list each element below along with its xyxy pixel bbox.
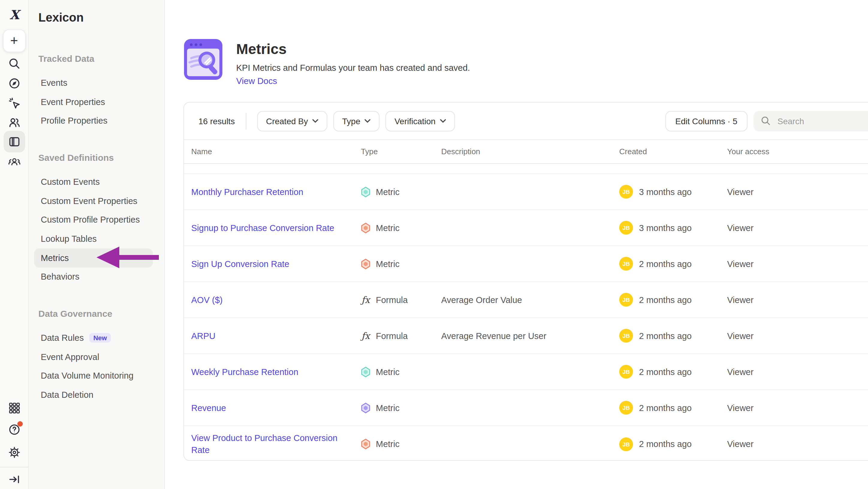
access-level: Viewer: [727, 259, 868, 268]
main-content: Metrics KPI Metrics and Formulas your te…: [165, 0, 868, 489]
col-description: Description: [441, 147, 619, 156]
settings-gear-icon[interactable]: [3, 441, 25, 463]
search-icon[interactable]: [3, 53, 25, 75]
page-header: Metrics KPI Metrics and Formulas your te…: [183, 38, 868, 86]
avatar: JB: [619, 185, 633, 199]
type-label: Metric: [376, 223, 400, 232]
metric-description: Average Revenue per User: [441, 331, 619, 341]
filter-type[interactable]: Type: [333, 111, 380, 131]
sidebar-item-event-approval[interactable]: Event Approval: [34, 347, 153, 366]
apps-grid-icon[interactable]: [3, 397, 25, 419]
rail-divider: [0, 467, 28, 467]
help-icon[interactable]: [3, 419, 25, 440]
access-level: Viewer: [727, 223, 868, 232]
section-data-governance: Data Governance: [38, 308, 153, 320]
access-level: Viewer: [727, 331, 868, 341]
metrics-page-icon: [183, 38, 223, 80]
help-notification-dot: [17, 421, 23, 427]
metric-name-link[interactable]: ARPU: [191, 330, 361, 342]
lexicon-sidebar: Lexicon Tracked Data Events Event Proper…: [28, 0, 165, 489]
sidebar-title: Lexicon: [38, 9, 153, 25]
search-input[interactable]: [776, 115, 868, 126]
created-ago: 2 months ago: [639, 331, 692, 341]
lexicon-book-icon[interactable]: [3, 131, 25, 152]
col-type: Type: [361, 147, 441, 156]
created-ago: 2 months ago: [639, 367, 692, 376]
avatar: JB: [619, 329, 633, 343]
metric-type-icon: ƒx: [361, 186, 370, 197]
metric-type-icon: ƒx: [361, 222, 370, 233]
sidebar-item-metrics[interactable]: Metrics: [34, 249, 153, 267]
toolbar-divider: [246, 113, 246, 129]
type-label: Metric: [376, 403, 400, 412]
sidebar-item-profile-properties[interactable]: Profile Properties: [34, 111, 153, 130]
new-badge: New: [89, 333, 111, 343]
metric-name-link[interactable]: Revenue: [191, 402, 361, 414]
metrics-table-card: 16 results Created By Type Verification …: [183, 102, 868, 461]
sidebar-item-custom-event-properties[interactable]: Custom Event Properties: [34, 192, 153, 210]
metric-name-link[interactable]: View Product to Purchase Conversion Rate: [191, 432, 361, 456]
sidebar-item-event-properties[interactable]: Event Properties: [34, 92, 153, 111]
create-plus-button[interactable]: +: [3, 29, 26, 52]
type-label: Metric: [376, 367, 400, 376]
created-ago: 2 months ago: [639, 439, 692, 449]
avatar: JB: [619, 437, 633, 451]
sidebar-item-lookup-tables[interactable]: Lookup Tables: [34, 229, 153, 248]
chevron-down-icon: [440, 119, 446, 123]
metric-description: Average Order Value: [441, 295, 619, 305]
sidebar-item-data-deletion[interactable]: Data Deletion: [34, 385, 153, 404]
col-name: Name: [191, 147, 361, 156]
table-row: Revenue ƒxMetric JB2 months ago Viewer: [184, 390, 868, 426]
created-ago: 2 months ago: [639, 295, 692, 305]
filter-verification[interactable]: Verification: [385, 111, 455, 131]
metric-type-icon: ƒx: [361, 258, 370, 269]
cohorts-group-icon[interactable]: [3, 151, 25, 173]
view-docs-link[interactable]: View Docs: [236, 76, 277, 86]
access-level: Viewer: [727, 295, 868, 305]
chevron-down-icon: [365, 119, 370, 123]
search-box[interactable]: [753, 111, 868, 131]
results-count: 16 results: [198, 116, 235, 126]
access-level: Viewer: [727, 187, 868, 197]
sidebar-item-data-rules[interactable]: Data RulesNew: [34, 328, 153, 347]
avatar: JB: [619, 221, 633, 235]
metric-name-link[interactable]: Monthly Purchaser Retention: [191, 186, 361, 198]
metric-type-icon: ƒx: [361, 366, 370, 377]
sidebar-item-custom-events[interactable]: Custom Events: [34, 172, 153, 191]
type-label: Metric: [376, 187, 400, 197]
avatar: JB: [619, 401, 633, 414]
section-saved-definitions: Saved Definitions: [38, 152, 153, 164]
type-label: Metric: [376, 259, 400, 268]
mixpanel-logo-icon[interactable]: X: [3, 4, 25, 25]
events-cursor-icon[interactable]: [3, 92, 25, 114]
partially-scrolled-row: [184, 164, 868, 174]
table-row: Monthly Purchaser Retention ƒxMetric JB3…: [184, 174, 868, 210]
table-row: Signup to Purchase Conversion Rate ƒxMet…: [184, 210, 868, 246]
avatar: JB: [619, 257, 633, 270]
users-icon[interactable]: [3, 112, 25, 133]
filter-created-by[interactable]: Created By: [257, 111, 327, 131]
avatar: JB: [619, 365, 633, 379]
edit-columns-button[interactable]: Edit Columns · 5: [665, 111, 747, 131]
metric-name-link[interactable]: AOV ($): [191, 294, 361, 306]
collapse-sidebar-icon[interactable]: [3, 469, 25, 489]
sidebar-item-custom-profile-properties[interactable]: Custom Profile Properties: [34, 210, 153, 229]
metric-name-link[interactable]: Weekly Purchase Retention: [191, 366, 361, 378]
sidebar-item-data-volume-monitoring[interactable]: Data Volume Monitoring: [34, 366, 153, 385]
section-tracked-data: Tracked Data: [38, 53, 153, 65]
sidebar-item-events[interactable]: Events: [34, 73, 153, 92]
avatar: JB: [619, 293, 633, 307]
metric-name-link[interactable]: Sign Up Conversion Rate: [191, 258, 361, 270]
sidebar-item-behaviors[interactable]: Behaviors: [34, 267, 153, 286]
table-row: Sign Up Conversion Rate ƒxMetric JB2 mon…: [184, 246, 868, 282]
metric-name-link[interactable]: Signup to Purchase Conversion Rate: [191, 222, 361, 234]
created-ago: 2 months ago: [639, 403, 692, 412]
search-icon: [761, 116, 771, 126]
created-ago: 3 months ago: [639, 223, 692, 232]
icon-rail: X +: [0, 0, 29, 489]
formula-type-icon: ƒx: [361, 294, 370, 305]
discover-compass-icon[interactable]: [3, 73, 25, 94]
page-title: Metrics: [236, 41, 470, 57]
chevron-down-icon: [312, 119, 318, 123]
table-row: View Product to Purchase Conversion Rate…: [184, 426, 868, 461]
